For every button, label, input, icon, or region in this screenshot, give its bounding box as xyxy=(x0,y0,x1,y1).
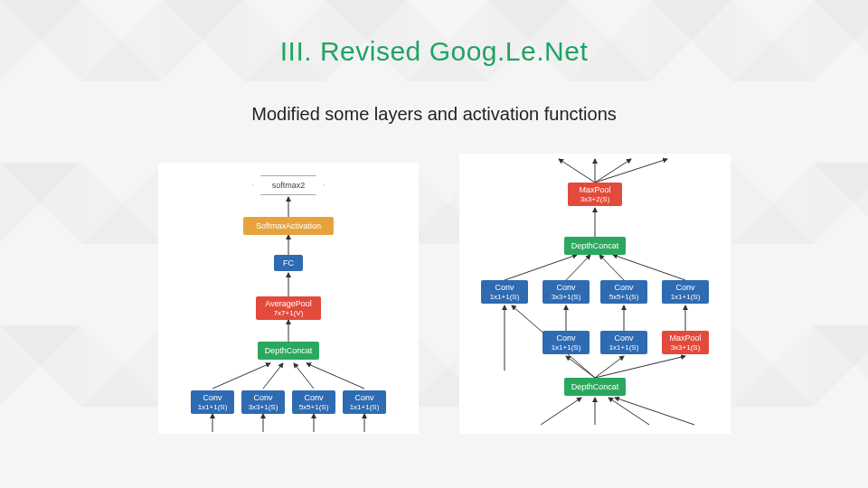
svg-line-14 xyxy=(595,159,631,183)
label-line2: 1x1+1(S) xyxy=(671,293,701,301)
svg-line-4 xyxy=(212,363,270,389)
label-line1: Conv xyxy=(253,393,272,402)
label-line2: 5x5+1(S) xyxy=(609,293,639,301)
label: DepthConcat xyxy=(265,346,313,355)
label-line1: MaxPool xyxy=(669,333,701,343)
label-line1: Conv xyxy=(304,393,323,402)
node-r1-c4: Conv 1x1+1(S) xyxy=(662,280,709,304)
label-line2: 1x1+1(S) xyxy=(490,293,520,301)
label-line2: 1x1+1(S) xyxy=(552,343,581,352)
node-conv-left-1: Conv 1x1+1(S) xyxy=(191,390,234,414)
label-line2: 7x7+1(V) xyxy=(274,309,304,317)
svg-line-6 xyxy=(294,363,314,389)
node-fc: FC xyxy=(274,255,303,271)
slide-title: III. Revised Goog.Le.Net xyxy=(0,36,868,67)
node-r2-c2: Conv 1x1+1(S) xyxy=(542,331,590,354)
label: FC xyxy=(283,258,294,267)
svg-line-32 xyxy=(615,398,694,425)
label: DepthConcat xyxy=(571,382,619,391)
svg-line-15 xyxy=(595,159,667,183)
node-r2-c3: Conv 1x1+1(S) xyxy=(600,331,647,354)
label-line1: Conv xyxy=(203,393,222,402)
label-line2: 3x3+2(S) xyxy=(580,195,610,203)
label-line2: 1x1+1(S) xyxy=(609,343,639,352)
diagram-left: softmax2 SoftmaxActivation FC AveragePoo… xyxy=(158,163,419,434)
label-line1: Conv xyxy=(614,283,633,292)
slide: III. Revised Goog.Le.Net Modified some l… xyxy=(0,0,868,488)
label-line1: Conv xyxy=(556,283,575,292)
label-line2: 1x1+1(S) xyxy=(198,403,228,411)
svg-line-27 xyxy=(595,356,624,378)
svg-line-29 xyxy=(541,398,581,425)
svg-line-20 xyxy=(613,255,685,280)
label: DepthConcat xyxy=(571,241,619,250)
node-depthconcat-bottom: DepthConcat xyxy=(564,378,626,396)
node-depthconcat-left: DepthConcat xyxy=(258,342,319,360)
node-r2-c4-maxpool: MaxPool 3x3+1(S) xyxy=(662,331,709,354)
label-line1: Conv xyxy=(614,333,633,343)
node-r1-c3: Conv 5x5+1(S) xyxy=(600,280,647,304)
node-avgpool: AveragePool 7x7+1(V) xyxy=(256,296,321,320)
node-depthconcat-top: DepthConcat xyxy=(564,237,626,255)
label-line1: Conv xyxy=(495,283,514,292)
label-line1: Conv xyxy=(675,283,694,292)
svg-line-12 xyxy=(559,159,595,183)
label-line2: 3x3+1(S) xyxy=(552,293,581,301)
label-line2: 3x3+1(S) xyxy=(249,403,278,411)
node-softmax2: softmax2 xyxy=(252,175,325,195)
svg-line-28 xyxy=(595,356,685,378)
node-conv-left-4: Conv 1x1+1(S) xyxy=(343,390,386,414)
svg-line-5 xyxy=(263,363,283,389)
svg-line-17 xyxy=(505,255,577,280)
svg-line-31 xyxy=(609,398,649,425)
node-conv-left-3: Conv 5x5+1(S) xyxy=(292,390,335,414)
svg-line-19 xyxy=(599,255,624,280)
slide-subtitle: Modified some layers and activation func… xyxy=(0,104,868,125)
diagram-right: MaxPool 3x3+2(S) DepthConcat Conv 1x1+1(… xyxy=(459,154,731,434)
label-line1: MaxPool xyxy=(579,185,610,194)
node-r1-c2: Conv 3x3+1(S) xyxy=(542,280,590,304)
svg-line-18 xyxy=(566,255,590,280)
svg-line-7 xyxy=(307,363,364,389)
node-r1-c1: Conv 1x1+1(S) xyxy=(481,280,528,304)
label-line2: 3x3+1(S) xyxy=(671,343,701,352)
svg-line-26 xyxy=(566,356,595,378)
label-line1: AveragePool xyxy=(265,299,311,308)
node-conv-left-2: Conv 3x3+1(S) xyxy=(241,390,285,414)
label: SoftmaxActivation xyxy=(256,221,321,230)
label-line1: Conv xyxy=(556,333,575,343)
label-line1: Conv xyxy=(354,393,373,402)
label-line2: 5x5+1(S) xyxy=(299,403,329,411)
label: softmax2 xyxy=(272,181,306,190)
node-softmax-activation: SoftmaxActivation xyxy=(243,217,334,235)
label-line2: 1x1+1(S) xyxy=(350,403,380,411)
node-maxpool-top: MaxPool 3x3+2(S) xyxy=(568,183,622,206)
